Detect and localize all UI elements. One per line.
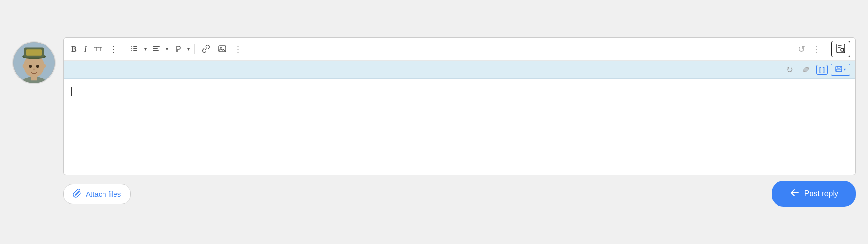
avatar-tail — [55, 56, 56, 68]
save-dropdown-icon: ▾ — [844, 67, 846, 72]
post-reply-label: Post reply — [804, 189, 838, 198]
italic-icon: I — [84, 45, 87, 53]
preview-button[interactable] — [831, 41, 850, 57]
list-dropdown-button[interactable]: ▾ — [143, 45, 148, 54]
strikethrough-icon: TT — [94, 46, 102, 52]
align-icon — [152, 45, 160, 54]
divider-2 — [194, 44, 195, 54]
redo-icon: ↻ — [786, 66, 793, 74]
avatar-column — [12, 37, 56, 84]
editor-box: B I TT ⋮ — [63, 37, 856, 175]
save-button[interactable]: ▾ — [831, 64, 850, 76]
post-reply-button[interactable]: Post reply — [772, 181, 856, 207]
svg-rect-18 — [153, 46, 160, 47]
svg-point-9 — [33, 68, 35, 71]
strikethrough-button[interactable]: TT — [91, 44, 105, 54]
divider-3 — [827, 44, 827, 54]
paperclip-icon — [73, 189, 82, 199]
svg-rect-14 — [131, 48, 132, 49]
align-button[interactable] — [149, 43, 163, 55]
text-more-button[interactable]: ⋮ — [107, 44, 120, 55]
text-more-icon: ⋮ — [110, 45, 117, 53]
svg-rect-15 — [133, 48, 137, 49]
svg-rect-17 — [133, 50, 137, 51]
svg-rect-16 — [131, 50, 132, 51]
erase-button[interactable] — [799, 63, 813, 77]
italic-button[interactable]: I — [81, 44, 90, 55]
insert-more-button[interactable]: ⋮ — [231, 44, 244, 55]
insert-more-icon: ⋮ — [234, 45, 241, 53]
align-dropdown-button[interactable]: ▾ — [165, 45, 169, 54]
bold-button[interactable]: B — [69, 44, 80, 55]
avatar — [12, 41, 56, 84]
toolbar-secondary: ↻ [ ] — [64, 61, 855, 79]
save-icon — [835, 65, 843, 74]
paragraph-chevron-icon: ▾ — [187, 47, 190, 52]
undo-button[interactable]: ↺ — [795, 43, 808, 55]
paragraph-icon — [174, 45, 182, 54]
list-chevron-icon: ▾ — [144, 47, 147, 52]
attach-files-button[interactable]: Attach files — [63, 184, 131, 204]
preview-icon — [835, 43, 846, 55]
svg-rect-12 — [131, 46, 132, 47]
erase-icon — [802, 65, 811, 75]
text-cursor — [71, 87, 72, 96]
svg-rect-29 — [836, 66, 842, 72]
svg-rect-19 — [153, 48, 158, 49]
toolbar-top: B I TT ⋮ — [64, 38, 855, 61]
divider-1 — [124, 44, 124, 54]
bracket-icon: [ ] — [819, 66, 825, 73]
action-row: Attach files Post reply — [63, 181, 856, 207]
svg-rect-6 — [26, 49, 42, 55]
list-icon — [131, 44, 138, 54]
link-button[interactable] — [199, 43, 213, 56]
list-button[interactable] — [128, 43, 141, 55]
format-more-icon: ⋮ — [813, 45, 820, 53]
attach-files-label: Attach files — [86, 190, 121, 198]
paragraph-dropdown-button[interactable]: ▾ — [186, 45, 191, 54]
align-chevron-icon: ▾ — [166, 47, 168, 52]
editor-column: B I TT ⋮ — [63, 37, 856, 207]
svg-point-8 — [36, 65, 39, 68]
image-icon — [218, 44, 227, 54]
format-more-button[interactable]: ⋮ — [810, 44, 823, 55]
svg-point-11 — [43, 64, 46, 68]
svg-point-10 — [23, 64, 26, 68]
svg-point-23 — [220, 47, 222, 48]
image-button[interactable] — [215, 43, 229, 56]
svg-rect-20 — [153, 50, 159, 51]
redo-button[interactable]: ↻ — [783, 64, 796, 76]
bold-icon: B — [71, 45, 77, 53]
editor-content[interactable] — [64, 79, 855, 175]
link-icon — [202, 44, 210, 54]
svg-rect-13 — [133, 46, 137, 47]
composer-wrapper: B I TT ⋮ — [12, 28, 856, 216]
undo-icon: ↺ — [798, 45, 805, 54]
paragraph-button[interactable] — [171, 43, 184, 55]
reply-icon — [789, 188, 799, 200]
bracket-button[interactable]: [ ] — [816, 65, 828, 75]
svg-point-7 — [29, 65, 32, 68]
